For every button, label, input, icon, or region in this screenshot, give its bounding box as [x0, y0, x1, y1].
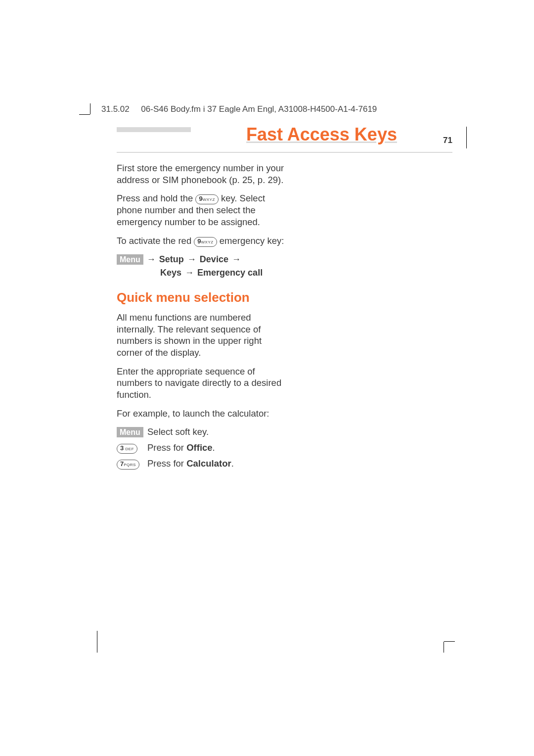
action-key: Menu — [117, 426, 147, 438]
intro-paragraph-2: Press and hold the 9WXYZ key. Select pho… — [117, 192, 288, 228]
path-keys: Keys — [160, 268, 181, 278]
path-device: Device — [200, 254, 228, 264]
menu-softkey-label: Menu — [117, 427, 143, 437]
page-title: Fast Access Keys — [191, 124, 452, 145]
section-heading-quick-menu: Quick menu selection — [117, 289, 288, 306]
doc-date: 31.5.02 — [101, 104, 130, 114]
action-key: 3 DEF — [117, 442, 147, 454]
arrow-icon: → — [232, 254, 241, 265]
section-paragraph-1: All menu functions are numbered internal… — [117, 312, 288, 359]
menu-softkey-label: Menu — [117, 254, 143, 265]
arrow-icon: → — [187, 254, 196, 265]
doc-header-meta: 31.5.02 06-S46 Body.fm i 37 Eagle Am Eng… — [101, 104, 377, 114]
path-setup: Setup — [159, 254, 184, 264]
action-text: Press for Office. — [147, 442, 288, 454]
body-column: First store the emergency number in your… — [117, 162, 288, 473]
text-fragment: Press and hold the — [117, 193, 195, 203]
action-text: Select soft key. — [147, 426, 288, 438]
text-fragment: To activate the red — [117, 236, 194, 246]
text-fragment: Press for — [147, 442, 186, 453]
path-emergency-call: Emergency call — [197, 268, 263, 278]
key-9-icon: 9WXYZ — [195, 194, 218, 204]
text-fragment: Press for — [147, 458, 186, 469]
action-list: Menu Select soft key. 3 DEF Press for Of… — [117, 426, 288, 470]
crop-mark — [79, 114, 90, 115]
action-row-3def: 3 DEF Press for Office. — [117, 442, 288, 454]
menu-path: Menu → Setup → Device → Keys → Emergency… — [117, 254, 288, 279]
doc-segment: 06-S46 Body.fm i 37 Eagle Am Engl, A3100… — [141, 104, 377, 114]
key-letters: WXYZ — [201, 240, 214, 244]
key-letters: DEF — [126, 447, 134, 451]
key-letters: WXYZ — [203, 197, 215, 202]
text-bold: Office — [186, 442, 212, 453]
crop-mark — [97, 631, 97, 653]
crop-mark — [466, 127, 467, 148]
text-fragment: . — [231, 458, 234, 469]
action-key: 7PQRS — [117, 458, 147, 470]
action-row-menu: Menu Select soft key. — [117, 426, 288, 438]
crop-mark — [90, 103, 90, 114]
action-row-7pqrs: 7PQRS Press for Calculator. — [117, 458, 288, 470]
arrow-icon: → — [185, 267, 194, 279]
key-9-icon: 9WXYZ — [194, 237, 217, 247]
intro-paragraph-3: To activate the red 9WXYZ emergency key: — [117, 235, 288, 247]
title-band: Fast Access Keys — [117, 127, 452, 153]
action-text: Press for Calculator. — [147, 458, 288, 470]
text-bold: Calculator — [186, 458, 231, 469]
section-paragraph-3: For example, to launch the calculator: — [117, 408, 288, 420]
text-fragment: . — [213, 442, 215, 453]
arrow-icon: → — [147, 254, 156, 265]
section-paragraph-2: Enter the appropriate sequence of number… — [117, 366, 288, 401]
page-number: 71 — [443, 136, 452, 145]
key-digit: 9 — [197, 237, 201, 245]
crop-mark — [444, 642, 444, 653]
intro-paragraph-1: First store the emergency number in your… — [117, 162, 288, 186]
crop-mark — [444, 641, 455, 642]
key-3-icon: 3 DEF — [117, 444, 137, 454]
key-digit: 9 — [199, 195, 202, 202]
text-fragment: emergency key: — [220, 236, 284, 246]
key-digit: 3 — [120, 444, 124, 452]
key-7-icon: 7PQRS — [117, 460, 139, 470]
key-letters: PQRS — [124, 463, 136, 467]
